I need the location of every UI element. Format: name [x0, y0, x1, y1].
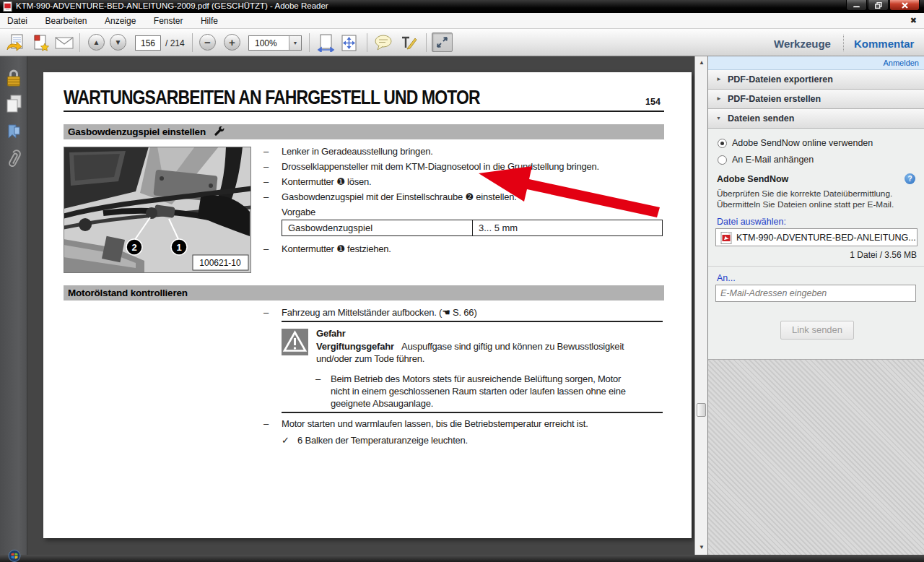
reading-mode-button[interactable]	[432, 33, 453, 52]
bullet-dash: –	[263, 146, 269, 157]
bullet-text: Kontermutter ❶ lösen.	[282, 176, 372, 187]
send-link-button[interactable]: Link senden	[780, 321, 854, 340]
reading-mode-icon	[435, 35, 449, 49]
adobe-reader-window: KTM-990-ADVENTURE-BED-ANLEITUNG-2009.pdf…	[0, 0, 924, 562]
radio-email-label[interactable]: An E-Mail anhängen	[732, 155, 814, 165]
warning-line1: Vergiftungsgefahr Auspuffgase sind gifti…	[316, 341, 624, 352]
plus-icon: +	[229, 36, 235, 48]
warning-line2: und/oder zum Tode führen.	[316, 353, 424, 364]
radio-email-attach[interactable]	[718, 155, 727, 165]
panel-header-create-pdf[interactable]: ► PDF-Dateien erstellen	[708, 90, 924, 109]
sendnow-title: Adobe SendNow	[717, 174, 788, 184]
handlebar-photo: 2 1 100621-10	[64, 147, 251, 273]
security-lock-icon[interactable]	[0, 68, 27, 87]
expanded-arrow-icon: ▼	[716, 109, 721, 128]
collapsed-arrow-icon: ►	[716, 90, 722, 108]
red-annotation-arrow	[43, 72, 692, 538]
selected-file-entry[interactable]: KTM-990-ADVENTURE-BED-ANLEITUNG...	[715, 228, 918, 246]
panel-header-export-pdf[interactable]: ► PDF-Dateien exportieren	[708, 70, 924, 90]
title-bar: KTM-990-ADVENTURE-BED-ANLEITUNG-2009.pdf…	[0, 0, 924, 13]
file-name: KTM-990-ADVENTURE-BED-ANLEITUNG...	[736, 233, 916, 243]
fit-width-icon[interactable]	[316, 34, 336, 52]
comment-bubble-icon[interactable]	[374, 34, 393, 52]
document-scrollbar[interactable]: ▲ ▼	[694, 56, 707, 555]
windows-taskbar	[0, 555, 924, 562]
open-file-icon[interactable]	[6, 34, 25, 51]
start-button[interactable]	[8, 550, 21, 562]
tab-separator	[843, 35, 844, 51]
signin-bar: Anmelden	[708, 56, 924, 70]
spec-parameter: Gasbowdenzugspiel	[282, 220, 473, 235]
callout-2: 2	[131, 242, 136, 253]
menu-hilfe[interactable]: Hilfe	[193, 13, 225, 26]
restore-button[interactable]	[868, 0, 889, 11]
toolbar-separator	[79, 33, 80, 52]
task-pane: Anmelden ► PDF-Dateien exportieren ► PDF…	[707, 56, 924, 555]
toolbar-separator	[309, 33, 310, 52]
panel-header-send-files[interactable]: ▼ Dateien senden	[708, 109, 924, 129]
page-thumbnails-icon[interactable]	[0, 94, 27, 114]
scroll-down-icon[interactable]: ▼	[695, 542, 708, 553]
bullet-dash: –	[263, 418, 269, 429]
create-pdf-icon[interactable]	[30, 34, 50, 51]
menu-bearbeiten[interactable]: Bearbeiten	[38, 13, 94, 26]
bullet-dash: –	[315, 373, 321, 384]
bullet-text: Drosselklappensteller mit dem KTM-Diagno…	[282, 161, 599, 172]
zoom-out-button[interactable]: −	[199, 34, 216, 51]
close-icon	[902, 2, 908, 9]
tab-kommentar[interactable]: Kommentar	[854, 38, 914, 50]
tab-werkzeuge[interactable]: Werkzeuge	[774, 38, 831, 50]
section-heading-gasbowdenzug: Gasbowdenzugspiel einstellen	[64, 124, 664, 139]
close-button[interactable]	[889, 0, 920, 11]
bullet-dash: –	[263, 176, 269, 187]
page-number-input[interactable]	[135, 35, 161, 51]
menu-bar: Datei Bearbeiten Anzeige Fenster Hilfe ✖	[0, 13, 924, 29]
check-mark: ✓	[282, 435, 289, 446]
navigation-rail	[0, 56, 27, 555]
zoom-in-button[interactable]: +	[224, 34, 240, 51]
rule	[282, 321, 663, 322]
document-pane[interactable]: WARTUNGSARBEITEN AN FAHRGESTELL UND MOTO…	[27, 56, 694, 555]
next-page-button[interactable]: ▼	[110, 34, 126, 51]
check-text: 6 Balken der Temperaturanzeige leuchten.	[297, 435, 468, 446]
email-icon[interactable]	[55, 34, 74, 51]
fit-page-icon[interactable]	[339, 34, 359, 52]
warning-sub-line: nicht in einem geschlossenen Raum starte…	[331, 386, 626, 397]
scroll-up-icon[interactable]: ▲	[695, 58, 708, 68]
menu-fenster[interactable]: Fenster	[147, 13, 191, 26]
attachments-paperclip-icon[interactable]	[0, 149, 27, 172]
pdf-file-icon	[720, 232, 732, 244]
empty-pane-hatch	[708, 359, 924, 555]
down-arrow-icon: ▼	[115, 38, 122, 46]
restore-icon	[875, 2, 882, 9]
minus-icon: −	[204, 36, 211, 48]
warning-triangle-icon	[282, 329, 308, 355]
zoom-level-value: 100%	[249, 36, 289, 50]
spec-value: 3... 5 mm	[473, 220, 662, 235]
toolbar-separator	[192, 33, 193, 52]
previous-page-button[interactable]: ▲	[88, 34, 105, 51]
bullet-text: Kontermutter ❶ festziehen.	[282, 243, 391, 254]
menu-datei[interactable]: Datei	[0, 13, 35, 26]
scrollbar-thumb[interactable]	[697, 403, 706, 417]
to-label: An...	[717, 273, 736, 283]
chevron-down-icon[interactable]: ▼	[289, 36, 301, 50]
signin-link[interactable]: Anmelden	[883, 59, 919, 67]
collapsed-arrow-icon: ►	[716, 70, 722, 89]
email-recipients-input[interactable]	[715, 285, 916, 302]
rule	[282, 412, 663, 413]
bookmarks-icon[interactable]	[0, 124, 27, 142]
pdf-page: WARTUNGSARBEITEN AN FAHRGESTELL UND MOTO…	[43, 72, 692, 538]
help-icon[interactable]: ?	[905, 173, 915, 184]
bullet-dash: –	[263, 307, 269, 318]
menu-anzeige[interactable]: Anzeige	[97, 13, 143, 26]
minimize-button[interactable]	[846, 0, 867, 11]
warning-title: Gefahr	[316, 328, 346, 339]
close-document-icon[interactable]: ✖	[910, 16, 917, 25]
sign-tool-icon[interactable]	[398, 34, 418, 52]
radio-adobe-sendnow[interactable]	[718, 139, 727, 148]
pdf-app-icon	[3, 1, 12, 12]
radio-sendnow-label[interactable]: Adobe SendNow online verwenden	[732, 138, 873, 148]
bullet-dash: –	[263, 191, 269, 202]
zoom-level-select[interactable]: 100% ▼	[248, 35, 302, 51]
